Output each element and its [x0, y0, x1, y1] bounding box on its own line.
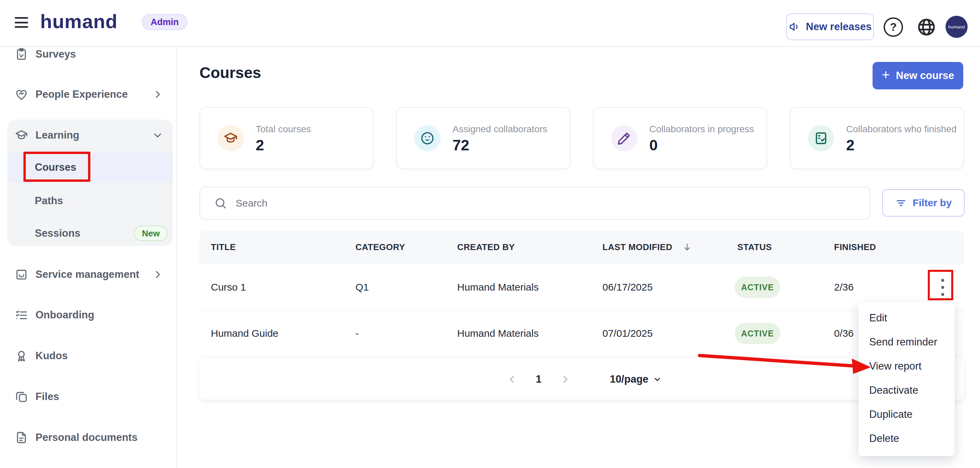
graduation-cap-icon	[15, 129, 28, 142]
kebab-menu-icon[interactable]	[936, 277, 949, 298]
cell-last-modified: 06/17/2025	[603, 282, 653, 293]
tasks-icon	[808, 125, 834, 151]
table-header-row: TITLE CATEGORY CREATED BY LAST MODIFIED …	[199, 230, 964, 263]
cell-category: -	[355, 328, 359, 339]
sidebar-label: Sessions	[35, 227, 80, 239]
sidebar-item-files[interactable]: Files	[0, 383, 177, 410]
stat-value: 72	[452, 137, 547, 154]
column-header-finished[interactable]: FINISHED	[834, 242, 876, 252]
stat-value: 2	[256, 137, 311, 154]
sidebar-item-courses[interactable]: Courses	[0, 154, 177, 181]
page-size-value: 10/page	[610, 373, 648, 385]
chevron-right-icon	[153, 269, 163, 280]
plus-icon: +	[881, 67, 890, 83]
column-header-created-by[interactable]: CREATED BY	[457, 242, 515, 252]
menu-item-delete[interactable]: Delete	[859, 427, 955, 450]
stat-value: 2	[846, 137, 956, 154]
checklist-icon	[15, 308, 28, 322]
menu-item-edit[interactable]: Edit	[859, 306, 955, 330]
table-row[interactable]: Humand Guide - Humand Materials 07/01/20…	[199, 310, 964, 357]
menu-item-duplicate[interactable]: Duplicate	[859, 403, 955, 427]
hamburger-menu-icon[interactable]	[15, 17, 28, 28]
filter-icon	[895, 197, 907, 209]
new-course-button[interactable]: + New course	[873, 62, 963, 89]
top-header: humand Admin New releases ? humand	[0, 0, 980, 47]
cell-last-modified: 07/01/2025	[603, 328, 653, 339]
graduation-cap-icon	[218, 125, 243, 151]
new-badge: New	[134, 226, 168, 241]
admin-role-badge: Admin	[142, 14, 188, 30]
stat-label: Assigned collaborators	[452, 123, 547, 135]
chevron-left-icon[interactable]	[507, 374, 517, 384]
pagination-bar: 1 10/page	[199, 359, 964, 400]
clipboard-icon	[15, 48, 28, 61]
sidebar-item-service-management[interactable]: Service management	[0, 261, 177, 288]
stat-label: Total courses	[256, 123, 311, 135]
row-context-menu: Edit Send reminder View report Deactivat…	[859, 302, 955, 456]
inbox-icon	[15, 268, 28, 281]
sidebar-item-sessions[interactable]: Sessions New	[0, 220, 177, 247]
menu-item-view-report[interactable]: View report	[859, 354, 955, 378]
sidebar: Surveys People Experience Learning Cours…	[0, 47, 177, 468]
stat-label: Collaborators in progress	[649, 123, 754, 135]
brand-logo[interactable]: humand	[40, 10, 118, 32]
courses-admin-page: humand Admin New releases ? humand	[0, 0, 980, 468]
stat-card-collaborators-in-progress: Collaborators in progress 0	[593, 107, 767, 169]
column-header-title[interactable]: TITLE	[211, 242, 236, 252]
sidebar-label: Courses	[35, 161, 76, 174]
chevron-down-icon	[653, 375, 662, 384]
filter-by-button[interactable]: Filter by	[882, 189, 965, 216]
stat-card-assigned-collaborators: Assigned collaborators 72	[396, 107, 570, 169]
sidebar-label: Personal documents	[35, 431, 138, 444]
sidebar-item-learning[interactable]: Learning	[0, 122, 177, 149]
smiley-icon	[414, 125, 441, 151]
cell-finished: 0/36	[834, 328, 853, 339]
document-icon	[15, 431, 28, 444]
chevron-right-icon[interactable]	[560, 374, 570, 384]
sidebar-label: Files	[35, 391, 59, 403]
status-badge: ACTIVE	[735, 323, 780, 344]
sidebar-label: People Experience	[35, 88, 128, 100]
sidebar-label: Kudos	[35, 350, 68, 362]
sidebar-item-kudos[interactable]: Kudos	[0, 342, 177, 369]
stat-card-collaborators-finished: Collaborators who finished 2	[790, 107, 964, 169]
sort-desc-icon[interactable]	[682, 242, 692, 252]
new-releases-label: New releases	[806, 21, 872, 33]
sidebar-item-personal-documents[interactable]: Personal documents	[0, 424, 177, 451]
cell-created-by: Humand Materials	[457, 328, 539, 339]
sidebar-label: Paths	[35, 195, 63, 207]
stat-value: 0	[649, 137, 754, 154]
menu-item-deactivate[interactable]: Deactivate	[859, 378, 955, 403]
copy-icon	[15, 390, 28, 403]
menu-item-send-reminder[interactable]: Send reminder	[859, 330, 955, 354]
page-number[interactable]: 1	[536, 373, 541, 385]
chevron-right-icon	[153, 89, 163, 99]
sidebar-item-onboarding[interactable]: Onboarding	[0, 302, 177, 328]
chevron-down-icon	[153, 130, 163, 140]
status-badge: ACTIVE	[735, 277, 780, 298]
new-releases-button[interactable]: New releases	[786, 13, 874, 40]
cell-category: Q1	[355, 282, 369, 293]
sidebar-item-people-experience[interactable]: People Experience	[0, 81, 177, 108]
cell-title: Humand Guide	[211, 328, 278, 339]
globe-icon[interactable]	[917, 18, 936, 37]
new-course-label: New course	[896, 70, 954, 82]
search-icon	[214, 197, 227, 210]
stat-label: Collaborators who finished	[846, 123, 956, 135]
sidebar-label: Service management	[35, 269, 139, 280]
stat-card-total-courses: Total courses 2	[199, 107, 374, 169]
avatar[interactable]: humand	[945, 16, 967, 38]
column-header-last-modified[interactable]: LAST MODIFIED	[603, 242, 672, 252]
sidebar-item-paths[interactable]: Paths	[0, 188, 177, 214]
page-title: Courses	[199, 64, 261, 82]
search-input[interactable]	[235, 197, 844, 209]
page-size-select[interactable]: 10/page	[610, 373, 662, 385]
help-icon[interactable]: ?	[884, 18, 903, 37]
column-header-status[interactable]: STATUS	[737, 242, 772, 252]
filter-by-label: Filter by	[913, 197, 952, 209]
cell-finished: 2/36	[834, 282, 853, 293]
search-bar	[199, 187, 870, 220]
megaphone-icon	[789, 21, 800, 33]
table-row[interactable]: Curso 1 Q1 Humand Materials 06/17/2025 A…	[199, 263, 964, 310]
column-header-category[interactable]: CATEGORY	[355, 242, 405, 252]
